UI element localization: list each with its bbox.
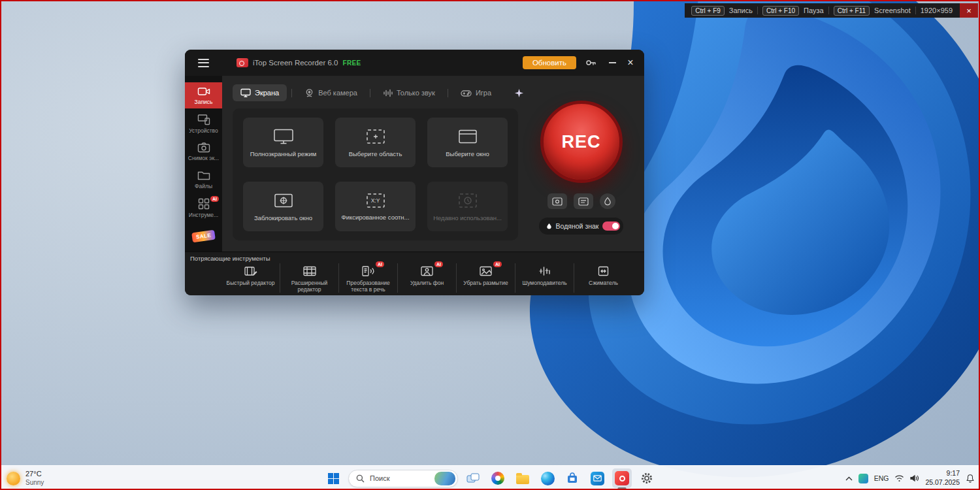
mode-fullscreen[interactable]: Полноэкранный режим [243, 118, 323, 167]
watermark-toggle[interactable] [602, 221, 620, 231]
record-button[interactable]: REC [540, 101, 623, 183]
camera-icon [197, 142, 210, 153]
select-window-icon [457, 128, 478, 145]
ai-sparkle-icon[interactable] [514, 88, 524, 98]
close-button[interactable]: × [621, 54, 640, 71]
sidebar-item-device[interactable]: Устройство [185, 110, 222, 137]
taskbar-icon-settings[interactable] [637, 468, 657, 488]
search-highlight-image [434, 472, 455, 485]
screenshot-icon [552, 197, 563, 206]
mode-select-window[interactable]: Выберите окно [427, 118, 508, 167]
search-icon [356, 474, 365, 483]
sidebar-item-files[interactable]: Файлы [185, 167, 222, 193]
taskbar-icon-itop-recorder[interactable] [612, 468, 632, 488]
volume-icon[interactable] [910, 474, 919, 482]
system-tray: ENG 9:17 25.07.2025 [845, 466, 975, 490]
minimize-button[interactable] [604, 54, 621, 71]
sidebar-item-screenshot[interactable]: Снимок эк... [185, 139, 222, 165]
mode-label: Выберите окно [446, 150, 489, 157]
remove-background-icon: AI [421, 265, 433, 278]
tray-app-icon[interactable] [858, 474, 868, 483]
tool-label: Быстрый редактор [227, 280, 275, 286]
mode-recently-used: Недавно использован... [427, 182, 508, 231]
clock[interactable]: 9:17 25.07.2025 [925, 469, 960, 487]
tab-label: Экрана [255, 89, 279, 97]
mode-lock-window[interactable]: Заблокировать окно [243, 182, 323, 231]
sidebar: Запись Устройство Снимок эк... Файлы AI [185, 76, 222, 252]
hotkey-screenshot-label: Screenshot [874, 7, 911, 14]
divider [915, 7, 916, 14]
start-button[interactable] [323, 468, 343, 488]
capture-modes-panel: Полноэкранный режим Выберите область Выб… [233, 108, 518, 240]
mode-label: Заблокировать окно [254, 214, 312, 221]
app-logo-icon [237, 58, 248, 67]
sidebar-item-label: Файлы [195, 183, 212, 189]
hotkey-screenshot-keys: Ctrl + F11 [834, 6, 870, 16]
mode-fixed-ratio[interactable]: X:Y Фиксированное соотн... [335, 182, 416, 231]
store-icon [566, 472, 579, 485]
weather-condition: Sunny [25, 479, 44, 487]
webcam-icon [304, 88, 314, 98]
license-key-icon[interactable] [585, 57, 596, 68]
recorder-hotkey-bar: Ctrl + F9 Запись Ctrl + F10 Пауза Ctrl +… [685, 3, 978, 18]
weather-widget[interactable]: 27°C Sunny [7, 466, 44, 490]
taskbar-icon-edge[interactable] [538, 468, 557, 488]
tab-screen[interactable]: Экрана [233, 84, 287, 101]
sidebar-item-record[interactable]: Запись [185, 82, 222, 108]
itop-screen-recorder-window: iTop Screen Recorder 6.0 FREE Обновить ×… [185, 50, 644, 295]
tool-label: Шумоподавитель [522, 280, 566, 286]
tab-webcam[interactable]: Веб камера [297, 84, 365, 102]
tool-remove-blur[interactable]: AI Убрать размытие [456, 263, 515, 293]
task-list-button[interactable] [574, 193, 593, 209]
tools-row: Быстрый редактор Расширенный редактор AI… [185, 263, 644, 295]
tool-quick-editor[interactable]: Быстрый редактор [221, 263, 280, 293]
tab-label: Только звук [397, 89, 435, 97]
close-icon: × [627, 57, 633, 69]
watermark-drop-button[interactable] [600, 193, 615, 209]
tab-audio-only[interactable]: Только звук [375, 84, 443, 102]
gamepad-icon [461, 89, 472, 97]
droplet-icon [546, 222, 552, 230]
mode-label: Фиксированное соотн... [341, 214, 409, 221]
video-camera-icon [197, 86, 210, 97]
record-button-label: REC [561, 132, 600, 152]
tool-noise-suppressor[interactable]: Шумоподавитель [515, 263, 574, 293]
sidebar-item-tools[interactable]: AI Инструме... [185, 195, 222, 221]
tray-chevron-icon[interactable] [845, 476, 853, 481]
sidebar-item-label: Запись [195, 99, 213, 105]
taskbar-icon-file-explorer[interactable] [513, 468, 532, 488]
tools-header: Потрясающие инструменты [185, 252, 644, 263]
tool-text-to-speech[interactable]: AI Преобразование текста в речь [338, 263, 397, 293]
windows-logo-icon [328, 473, 339, 484]
taskbar-icon-store[interactable] [563, 468, 582, 488]
tab-label: Веб камера [318, 89, 357, 97]
divider [448, 89, 448, 97]
watermark-control[interactable]: Водяной знак [539, 218, 624, 235]
overlay-close-button[interactable]: × [960, 3, 978, 18]
taskbar-icon-task-view[interactable] [463, 468, 483, 488]
menu-button[interactable] [185, 59, 222, 67]
divider [828, 7, 829, 14]
taskbar-icon-mail[interactable] [587, 468, 607, 488]
tool-remove-background[interactable]: AI Удалить фон [397, 263, 456, 293]
app-title: iTop Screen Recorder 6.0 [253, 59, 338, 67]
language-indicator[interactable]: ENG [874, 474, 889, 482]
photos-icon [491, 472, 504, 485]
mode-select-area[interactable]: Выберите область [335, 118, 416, 167]
sidebar-item-sale[interactable]: SALE [185, 223, 222, 250]
network-icon[interactable] [894, 474, 904, 482]
screenshot-tool-button[interactable] [547, 193, 567, 209]
tool-advanced-editor[interactable]: Расширенный редактор [280, 263, 338, 293]
tool-compressor[interactable]: Сжиматель [574, 263, 632, 293]
tool-label: Удалить фон [410, 280, 444, 286]
history-icon [457, 192, 478, 209]
update-button[interactable]: Обновить [523, 56, 576, 69]
mail-icon [591, 472, 604, 485]
notifications-icon[interactable] [966, 474, 975, 483]
select-area-icon [365, 128, 386, 145]
tab-game[interactable]: Игра [453, 85, 499, 101]
remove-blur-icon: AI [480, 265, 492, 278]
taskbar-search[interactable]: Поиск [348, 470, 458, 487]
taskbar-icon-photos[interactable] [488, 468, 508, 488]
window-titlebar: iTop Screen Recorder 6.0 FREE Обновить × [185, 50, 644, 76]
